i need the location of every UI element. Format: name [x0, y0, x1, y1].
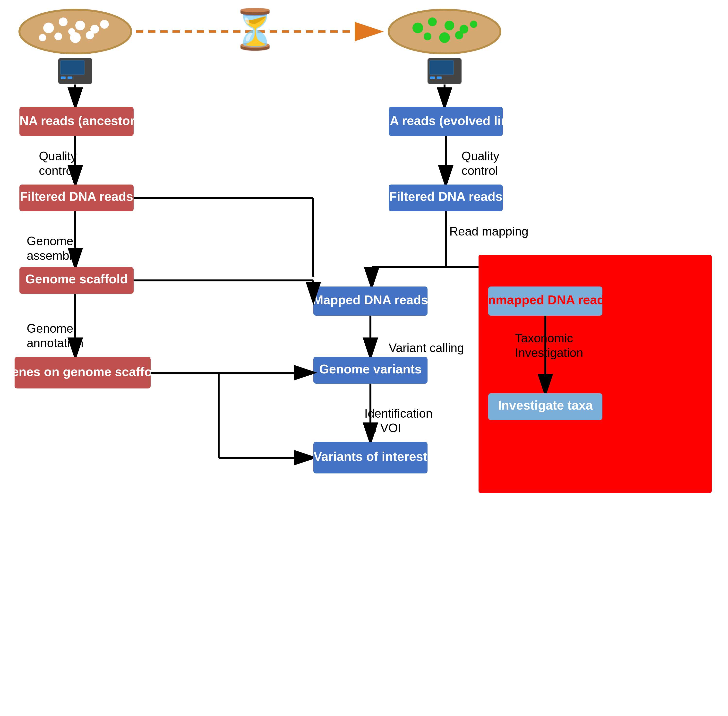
- svg-rect-59: [20, 267, 134, 294]
- svg-text:Read mapping: Read mapping: [449, 225, 528, 238]
- svg-text:Investigation: Investigation: [515, 346, 583, 360]
- svg-text:control: control: [39, 164, 75, 177]
- svg-text:Mapped DNA reads: Mapped DNA reads: [313, 293, 428, 307]
- svg-text:Variants of interest: Variants of interest: [314, 449, 427, 464]
- svg-rect-33: [437, 76, 442, 79]
- svg-rect-26: [61, 61, 84, 74]
- svg-point-2: [20, 10, 131, 53]
- svg-text:DNA reads (evolved  line): DNA reads (evolved line): [372, 114, 520, 128]
- svg-text:annotation: annotation: [27, 336, 84, 350]
- svg-text:Investigate taxa: Investigate taxa: [498, 398, 593, 412]
- svg-rect-25: [60, 60, 85, 75]
- svg-point-21: [470, 21, 477, 28]
- svg-point-12: [68, 28, 75, 35]
- svg-rect-63: [479, 255, 712, 493]
- svg-point-16: [445, 21, 454, 30]
- svg-rect-89: [313, 442, 427, 473]
- svg-text:Quality: Quality: [462, 149, 499, 163]
- svg-text:Identification: Identification: [364, 407, 433, 420]
- svg-rect-27: [61, 76, 65, 79]
- svg-rect-31: [430, 61, 453, 74]
- svg-text:Genome: Genome: [27, 322, 73, 335]
- svg-point-17: [460, 25, 468, 33]
- svg-rect-29: [427, 58, 462, 84]
- svg-text:Genome variants: Genome variants: [319, 362, 422, 376]
- svg-point-15: [428, 17, 437, 26]
- svg-text:Taxonomic: Taxonomic: [515, 331, 573, 345]
- svg-point-3: [43, 23, 54, 33]
- svg-text:Variant calling: Variant calling: [389, 341, 464, 355]
- svg-rect-24: [58, 58, 92, 84]
- svg-point-9: [86, 31, 94, 39]
- svg-rect-78: [488, 393, 602, 420]
- diagram: ⏳ DNA reads (ancestor ) DNA reads (evolv…: [0, 0, 728, 716]
- svg-point-10: [39, 34, 46, 41]
- svg-rect-43: [20, 185, 134, 211]
- svg-point-4: [59, 17, 67, 26]
- svg-point-11: [100, 20, 109, 29]
- svg-text:Genes on genome scaffold: Genes on genome scaffold: [2, 365, 164, 379]
- svg-rect-32: [430, 76, 435, 79]
- svg-point-6: [90, 25, 99, 33]
- svg-text:Quality: Quality: [39, 149, 77, 163]
- svg-rect-38: [389, 107, 503, 136]
- svg-point-14: [412, 23, 423, 33]
- svg-text:⏳: ⏳: [231, 6, 279, 52]
- svg-point-20: [455, 31, 463, 39]
- svg-text:Genome scaffold: Genome scaffold: [25, 272, 128, 286]
- svg-point-8: [70, 32, 81, 43]
- svg-rect-64: [488, 287, 602, 316]
- svg-point-19: [439, 32, 450, 43]
- svg-text:Unmapped DNA reads: Unmapped DNA reads: [479, 293, 612, 307]
- svg-rect-74: [15, 357, 150, 388]
- svg-point-7: [55, 33, 62, 40]
- svg-point-18: [424, 33, 432, 40]
- svg-rect-48: [389, 185, 503, 211]
- svg-text:Genome: Genome: [27, 234, 73, 248]
- svg-rect-35: [20, 107, 134, 136]
- svg-text:assembly: assembly: [27, 249, 78, 262]
- svg-rect-28: [67, 76, 72, 79]
- svg-text:Filtered DNA reads: Filtered DNA reads: [20, 190, 133, 203]
- svg-text:DNA reads (ancestor ): DNA reads (ancestor ): [11, 114, 143, 128]
- svg-text:Filtered DNA reads: Filtered DNA reads: [389, 190, 502, 203]
- svg-rect-30: [430, 60, 454, 75]
- svg-point-13: [389, 10, 500, 53]
- svg-text:control: control: [462, 164, 498, 177]
- svg-text:of VOI: of VOI: [367, 421, 401, 435]
- svg-rect-76: [313, 357, 427, 384]
- svg-point-5: [75, 21, 85, 30]
- svg-rect-61: [313, 287, 427, 316]
